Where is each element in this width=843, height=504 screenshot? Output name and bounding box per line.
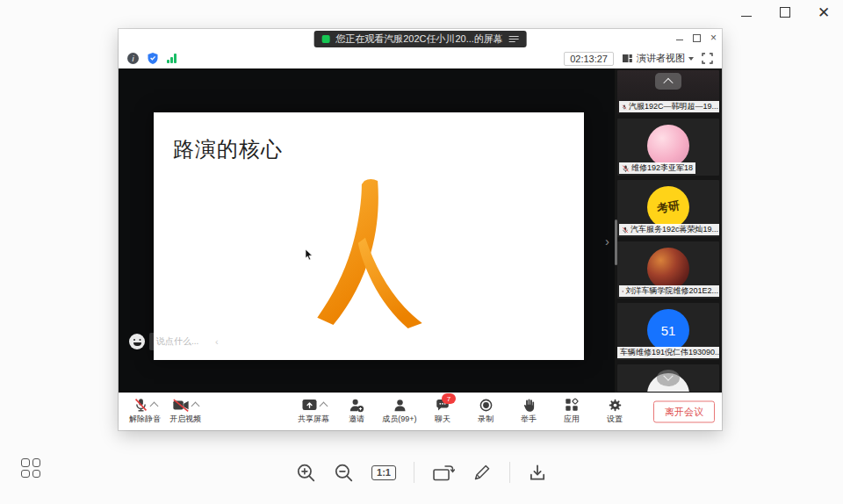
start-video-label: 开启视频 — [169, 414, 201, 425]
maximize-icon — [780, 7, 790, 18]
desktop: ✕ 您正在观看汽服202C任小川20...的屏幕 × i — [0, 0, 843, 504]
leave-meeting-button[interactable]: 离开会议 — [653, 401, 715, 423]
pencil-icon — [472, 463, 492, 482]
zoom-out-button[interactable] — [334, 463, 354, 483]
video-options-chevron[interactable] — [191, 402, 200, 411]
scroll-up-button[interactable] — [655, 73, 681, 90]
participant-name: 刘洋车辆学院维修201E2... — [625, 285, 718, 297]
unmute-label: 解除静音 — [129, 414, 161, 425]
chat-quick-input[interactable]: 说点什么... — [149, 333, 205, 350]
participant-name: 车辆维修191倪仁伟193090... — [620, 347, 719, 358]
meeting-info-icon[interactable]: i — [127, 53, 139, 64]
record-button[interactable]: 录制 — [468, 397, 503, 425]
quick-chat-overlay: 说点什么... ‹ — [129, 333, 223, 350]
apps-icon — [565, 398, 579, 412]
maximize-icon — [693, 34, 701, 42]
invite-label: 邀请 — [349, 414, 364, 425]
invite-button[interactable]: 邀请 — [339, 397, 374, 425]
participant-tile[interactable]: 维修192李亚军18 — [617, 119, 719, 176]
close-button[interactable]: ✕ — [817, 5, 831, 19]
zoom-out-icon — [334, 463, 354, 483]
toolbar-divider — [509, 462, 510, 483]
download-button[interactable] — [528, 463, 547, 482]
meeting-maximize-button[interactable] — [693, 32, 701, 43]
slide-person-glyph — [312, 177, 426, 392]
banner-menu-icon[interactable] — [509, 36, 519, 43]
share-options-chevron[interactable] — [319, 402, 328, 411]
participant-name-tag: 汽服192C—韩明超—19... — [619, 101, 719, 112]
gallery-grid-icon[interactable] — [21, 458, 40, 478]
participant-tile[interactable]: 刘洋车辆学院维修201E2... — [617, 241, 719, 299]
view-mode-label: 演讲者视图 — [637, 52, 685, 65]
security-shield-icon[interactable] — [147, 52, 159, 65]
camera-off-icon — [172, 398, 190, 413]
members-button[interactable]: 成员(99+) — [382, 397, 417, 425]
participant-tile[interactable]: 51 车辆维修191倪仁伟193090... — [617, 303, 719, 360]
toolbar-left-group: 解除静音 开启视频 — [127, 397, 203, 425]
meeting-close-button[interactable]: × — [710, 32, 717, 43]
unmute-button[interactable]: 解除静音 — [127, 397, 162, 425]
members-icon — [393, 398, 407, 413]
sidebar-collapse-arrow[interactable]: › — [605, 234, 609, 248]
avatar: 51 — [647, 309, 689, 351]
layout-icon — [622, 53, 633, 64]
maximize-button[interactable] — [778, 5, 792, 19]
avatar-text: 51 — [661, 323, 676, 338]
mic-options-chevron[interactable] — [149, 402, 158, 411]
chevron-down-icon — [688, 57, 694, 61]
zoom-in-icon — [296, 463, 316, 483]
viewer-toolbar: 1:1 — [296, 462, 547, 483]
share-screen-icon — [301, 398, 318, 412]
meeting-window-controls: × — [676, 32, 717, 43]
share-screen-label: 共享屏幕 — [298, 414, 329, 425]
meeting-titlebar: 您正在观看汽服202C任小川20...的屏幕 × — [119, 29, 722, 48]
screen-share-indicator-icon — [321, 35, 329, 43]
participant-tile[interactable]: 汽服192C—韩明超—19... — [617, 70, 719, 114]
participant-name-tag: 车辆维修191倪仁伟193090... — [617, 347, 719, 358]
zoom-in-button[interactable] — [296, 463, 316, 483]
toolbar-center-group: 共享屏幕 邀请 — [296, 397, 632, 425]
annotate-button[interactable] — [472, 463, 492, 482]
network-signal-icon[interactable] — [167, 54, 177, 63]
person-glyph-graphic — [312, 177, 426, 328]
rotate-button[interactable] — [432, 464, 455, 482]
view-mode-selector[interactable]: 演讲者视图 — [622, 52, 694, 65]
meeting-toolbar: 解除静音 开启视频 — [119, 392, 722, 430]
settings-button[interactable]: 设置 — [597, 397, 632, 425]
avatar — [647, 248, 689, 290]
muted-mic-icon — [622, 103, 627, 112]
emoji-icon[interactable] — [129, 334, 145, 349]
participant-name-tag: 维修192李亚军18 — [619, 162, 695, 174]
chat-label: 聊天 — [435, 414, 450, 425]
participant-tile[interactable] — [617, 364, 719, 392]
minimize-icon — [676, 40, 683, 40]
start-video-button[interactable]: 开启视频 — [168, 397, 203, 425]
slide-title: 路演的核心 — [173, 135, 283, 163]
presentation-slide: 路演的核心 — [154, 112, 584, 360]
muted-mic-icon — [622, 226, 629, 234]
apps-label: 应用 — [564, 414, 580, 425]
avatar-text: 考研 — [656, 198, 681, 217]
participant-tile[interactable]: 考研 汽车服务192c蒋荣灿19... — [617, 180, 719, 237]
scroll-down-button[interactable] — [657, 370, 680, 386]
chevron-up-icon — [663, 77, 673, 87]
minimize-icon — [741, 16, 752, 17]
toolbar-divider — [414, 462, 414, 483]
share-screen-button[interactable]: 共享屏幕 — [296, 397, 331, 425]
fullscreen-icon[interactable] — [702, 53, 713, 64]
minimize-button[interactable] — [739, 5, 753, 19]
chat-button[interactable]: 7 聊天 — [425, 397, 460, 425]
members-label: 成员(99+) — [382, 414, 416, 425]
participants-sidebar: 汽服192C—韩明超—19... 维修192李亚军18 — [615, 68, 722, 392]
chat-collapse-button[interactable]: ‹ — [210, 333, 223, 350]
apps-button[interactable]: 应用 — [554, 397, 589, 425]
gear-icon — [608, 398, 623, 413]
raise-hand-button[interactable]: 举手 — [511, 397, 546, 425]
participant-name: 汽服192C—韩明超—19... — [629, 101, 718, 112]
raise-hand-icon — [522, 398, 537, 413]
actual-size-button[interactable]: 1:1 — [371, 465, 396, 480]
person-glyph-reflection — [312, 321, 426, 392]
meeting-minimize-button[interactable] — [676, 32, 683, 43]
invite-person-icon — [349, 398, 364, 413]
watching-banner[interactable]: 您正在观看汽服202C任小川20...的屏幕 — [313, 31, 527, 47]
